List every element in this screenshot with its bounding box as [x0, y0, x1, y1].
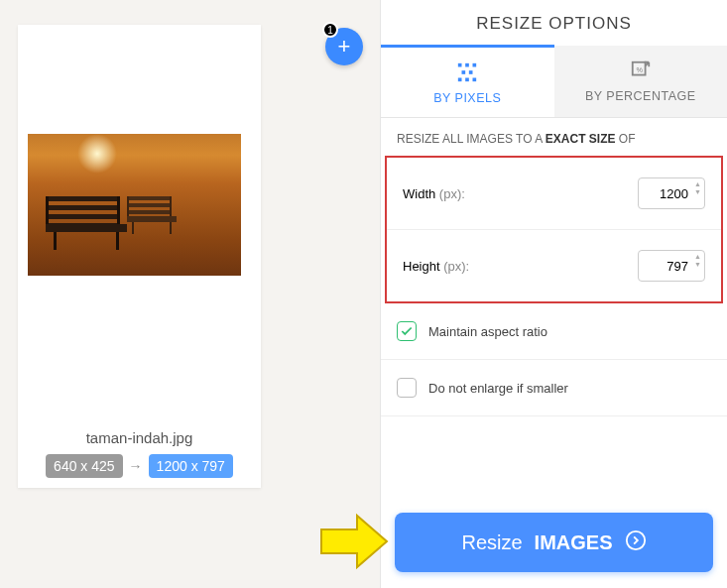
no-enlarge-checkbox[interactable] — [397, 378, 417, 398]
original-size-badge: 640 x 425 — [46, 454, 123, 478]
svg-rect-1 — [465, 63, 469, 67]
svg-rect-0 — [458, 63, 462, 67]
tab-label: BY PIXELS — [433, 91, 501, 105]
add-image-button[interactable]: 1 + — [325, 28, 363, 65]
arrow-right-circle-icon — [625, 529, 647, 556]
tab-by-percentage[interactable]: % BY PERCENTAGE — [554, 46, 728, 117]
target-size-badge: 1200 x 797 — [149, 454, 233, 478]
svg-marker-11 — [321, 516, 387, 567]
width-label: Width (px): — [403, 186, 465, 201]
maintain-aspect-checkbox[interactable] — [397, 321, 417, 341]
percentage-icon: % — [630, 59, 652, 81]
image-card: taman-indah.jpg 640 x 425 → 1200 x 797 — [18, 25, 261, 488]
resize-mode-tabs: BY PIXELS % BY PERCENTAGE — [381, 46, 727, 118]
annotation-arrow — [319, 512, 389, 571]
svg-rect-5 — [458, 78, 462, 82]
no-enlarge-label: Do not enlarge if smaller — [428, 381, 568, 396]
resize-images-button[interactable]: Resize IMAGES — [395, 513, 713, 572]
svg-rect-4 — [469, 70, 473, 74]
dimension-inputs-highlight: Width (px): ▲▼ Height (px): ▲▼ — [385, 156, 723, 303]
svg-rect-3 — [462, 70, 466, 74]
maintain-aspect-label: Maintain aspect ratio — [428, 324, 547, 339]
tab-by-pixels[interactable]: BY PIXELS — [381, 45, 554, 117]
width-stepper[interactable]: ▲▼ — [694, 180, 701, 195]
image-filename: taman-indah.jpg — [28, 429, 251, 446]
height-label: Height (px): — [403, 259, 469, 274]
pixels-icon — [456, 61, 478, 83]
svg-point-10 — [626, 530, 644, 548]
image-thumbnail[interactable] — [28, 134, 241, 276]
svg-text:%: % — [636, 65, 643, 74]
panel-title: RESIZE OPTIONS — [381, 0, 727, 46]
svg-rect-6 — [465, 78, 469, 82]
resize-description: RESIZE ALL IMAGES TO A EXACT SIZE OF — [381, 118, 727, 156]
arrow-icon: → — [129, 458, 143, 474]
height-stepper[interactable]: ▲▼ — [694, 253, 701, 268]
tab-label: BY PERCENTAGE — [585, 89, 696, 103]
plus-icon: + — [338, 34, 351, 59]
image-count-badge: 1 — [322, 22, 338, 38]
svg-rect-2 — [473, 63, 477, 67]
svg-rect-7 — [473, 78, 477, 82]
